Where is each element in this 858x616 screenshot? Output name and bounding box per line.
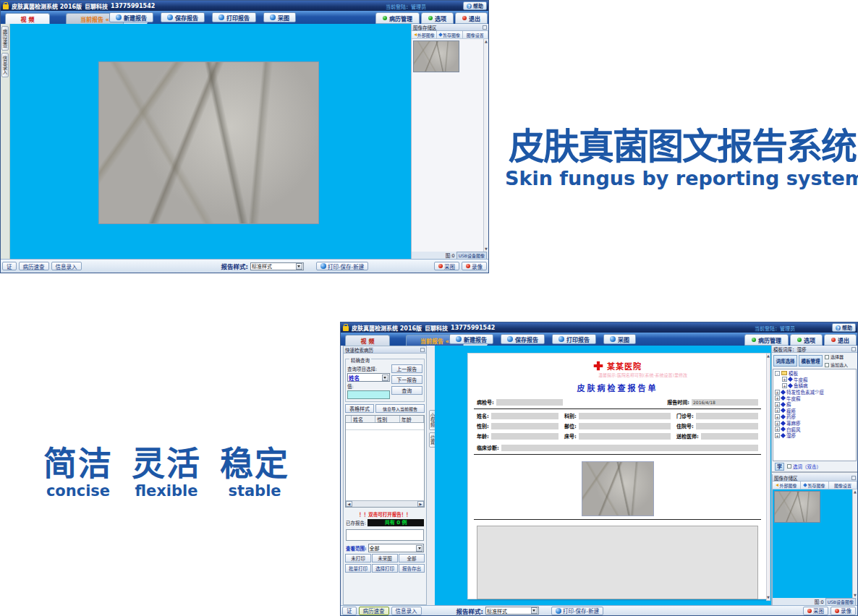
image-settings-button[interactable]: 图像设置 [463, 31, 488, 38]
cert-button[interactable]: 证 [2, 262, 17, 270]
expand-icon[interactable] [775, 414, 780, 419]
print-report-button[interactable]: 打印报告 [552, 334, 596, 344]
tree-node[interactable]: 湿疹 [775, 432, 856, 439]
new-report-button[interactable]: 新建报告 [109, 12, 153, 22]
tab-video[interactable]: 视 频 [345, 335, 390, 346]
filter-all-button[interactable]: 全部 [399, 554, 425, 562]
external-image-button[interactable]: 外部图像 [412, 31, 437, 38]
scrollbar-vertical[interactable]: ▲ ▼ [766, 353, 770, 601]
select-print-button[interactable]: 选择打印 [372, 564, 398, 573]
save-report-button[interactable]: 保存报告 [501, 334, 545, 344]
help-button[interactable]: 帮助 [832, 323, 856, 332]
view-scope-select[interactable]: 全部 [368, 544, 424, 552]
table-style-button[interactable]: 表格样式 [345, 404, 374, 413]
quick-search-button[interactable]: 病历速查 [19, 262, 49, 270]
library-select-button[interactable]: 词库选择 [773, 355, 797, 367]
scroll-down-icon[interactable]: ▼ [767, 595, 770, 600]
print-report-button[interactable]: 打印报告 [212, 12, 256, 22]
usb-device-label[interactable]: USB设备图像 [456, 252, 487, 260]
expand-icon[interactable] [775, 421, 780, 426]
title-bar[interactable]: 皮肤真菌检测系统 2016版 巨聊科技 13775991542 当前登陆：管理员… [341, 322, 857, 333]
record-button[interactable]: 录像 [462, 262, 487, 270]
scroll-up-icon[interactable]: ▲ [485, 39, 488, 44]
title-bar[interactable]: 皮肤真菌检测系统 2016版 巨聊科技 13775991542 当前登陆：管理员… [1, 1, 488, 11]
info-entry-button[interactable]: 信息录入 [391, 607, 422, 615]
query-value-input[interactable] [347, 390, 390, 399]
temp-image-button[interactable]: 暂存图像 [801, 482, 829, 489]
pick-word-checkbox[interactable]: 选词（双击） [787, 463, 821, 470]
query-field-select[interactable]: 姓名 [347, 373, 390, 382]
tab-video[interactable]: 视 频 [5, 13, 50, 24]
side-tab-info-entry[interactable]: 信息录入 [1, 53, 9, 77]
scroll-right-icon[interactable]: ▶ [417, 501, 424, 507]
tree-node[interactable]: 牛皮癣 [775, 377, 856, 383]
scroll-left-icon[interactable]: ◀ [346, 501, 352, 507]
expand-icon[interactable] [775, 433, 780, 438]
temp-image-button[interactable]: 暂存图像 [437, 31, 462, 38]
dropdown-button[interactable] [296, 263, 302, 270]
capture-button[interactable]: 采图 [603, 334, 636, 344]
usb-device-label[interactable]: USB设备图像 [825, 598, 856, 606]
selector-checkbox[interactable]: 选择器 [825, 354, 848, 360]
batch-print-button[interactable]: 批量打印 [345, 564, 371, 573]
quick-search-button[interactable]: 病历速查 [359, 607, 389, 615]
record-button[interactable]: 录像 [831, 607, 856, 615]
expand-icon[interactable] [775, 395, 780, 401]
query-button[interactable]: 查询 [391, 386, 422, 395]
panel-box-icon[interactable] [851, 476, 856, 480]
report-style-select[interactable]: 标准样式 [485, 607, 539, 615]
dropdown-button[interactable] [416, 545, 422, 552]
capture-button[interactable]: 采图 [803, 607, 828, 615]
expand-icon[interactable] [775, 427, 780, 432]
scroll-up-icon[interactable]: ▲ [854, 489, 857, 495]
records-management-tab[interactable]: 病历管理 [744, 334, 789, 346]
help-button[interactable]: 帮助 [463, 1, 487, 10]
prev-report-button[interactable]: 上一报告 [391, 364, 422, 373]
exit-tab[interactable]: 退出 [824, 334, 857, 346]
print-save-new-button[interactable]: 打印-保存-新建 [316, 262, 368, 270]
expand-icon[interactable] [775, 408, 780, 413]
print-save-new-button[interactable]: 打印-保存-新建 [551, 607, 603, 615]
collapse-icon[interactable] [775, 371, 780, 376]
template-tree[interactable]: 模板 牛皮癣 鱼鳞病 特发性色素减少症 [773, 369, 857, 461]
scroll-down-icon[interactable]: ▼ [854, 593, 857, 598]
expand-icon[interactable] [782, 377, 787, 382]
image-thumbnail[interactable] [774, 491, 820, 523]
panel-box-icon[interactable] [851, 347, 856, 351]
scrollbar-horizontal[interactable]: ◀ ▶ [346, 500, 424, 507]
template-manage-button[interactable]: 模板管理 [799, 355, 823, 367]
tree-node-root[interactable]: 模板 [775, 370, 856, 377]
filter-unprinted-button[interactable]: 未打印 [345, 554, 371, 562]
side-tab-quick-search[interactable]: 病历速查 [1, 26, 9, 51]
expand-icon[interactable] [775, 390, 780, 395]
capture-button[interactable]: 采图 [434, 262, 459, 270]
options-tab[interactable]: 选项 [790, 334, 823, 346]
info-entry-button[interactable]: 信息录入 [51, 262, 82, 270]
capture-button[interactable]: 采图 [263, 12, 296, 22]
scrollbar-vertical[interactable]: ▲ ▼ [483, 39, 488, 252]
exit-tab[interactable]: 退出 [455, 12, 488, 24]
append-checkbox[interactable]: 追加选入 [825, 362, 848, 368]
panel-box-icon[interactable] [483, 25, 487, 30]
word-button[interactable]: 字 [775, 463, 784, 471]
new-report-button[interactable]: 新建报告 [449, 334, 493, 344]
scroll-up-icon[interactable]: ▲ [767, 354, 770, 359]
external-image-button[interactable]: 外部图像 [773, 482, 801, 489]
save-report-button[interactable]: 保存报告 [161, 12, 205, 22]
records-management-tab[interactable]: 病历管理 [375, 12, 420, 24]
dropdown-button[interactable] [382, 375, 388, 381]
scrollbar-vertical[interactable]: ▲ ▼ [852, 489, 857, 598]
expand-icon[interactable] [775, 402, 780, 407]
expand-icon[interactable] [782, 383, 787, 388]
export-report-button[interactable]: 报告存出 [399, 564, 425, 573]
filter-uncaptured-button[interactable]: 未采图 [372, 554, 398, 562]
image-settings-button[interactable]: 图像设置 [829, 482, 857, 489]
report-style-select[interactable]: 标准样式 [250, 262, 304, 270]
options-tab[interactable]: 选项 [421, 12, 454, 24]
dropdown-button[interactable] [531, 607, 538, 614]
scroll-down-icon[interactable]: ▼ [485, 247, 488, 252]
cert-button[interactable]: 证 [342, 607, 357, 615]
results-table[interactable]: 姓名 性别 年龄 ◀ ▶ [345, 415, 425, 508]
table-row[interactable] [346, 423, 424, 430]
import-info-button[interactable]: 信息导入当前报告 [375, 404, 425, 413]
